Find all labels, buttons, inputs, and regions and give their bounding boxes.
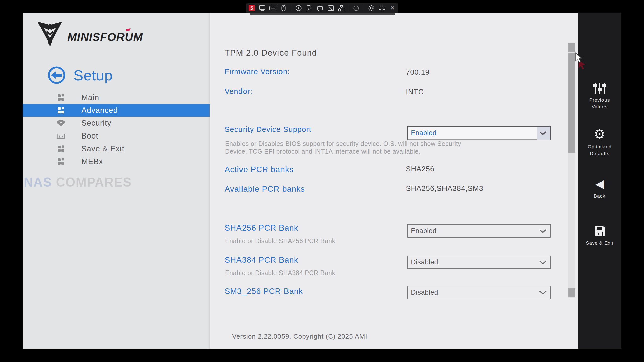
- sidebar-item-save-exit[interactable]: Save & Exit: [23, 142, 210, 155]
- chevron-down-icon: [539, 229, 547, 233]
- sha256-bank-label: SHA256 PCR Bank: [225, 223, 298, 233]
- desktop-background: MINISFORUM Setup Main Advanced: [0, 0, 644, 362]
- optimized-defaults-button[interactable]: ⚙ Optimized Defaults: [578, 128, 621, 157]
- main-content: TPM 2.0 Device Found Firmware Version: 7…: [210, 13, 578, 349]
- grid-icon: [57, 94, 65, 101]
- sha256-bank-dropdown[interactable]: Enabled: [407, 224, 551, 238]
- boot-tray-icon: [57, 132, 65, 140]
- sliders-icon: [593, 82, 606, 94]
- mouse-icon[interactable]: [280, 5, 287, 12]
- scrollbar-thumb-top[interactable]: [568, 43, 575, 52]
- grid-icon: [57, 158, 65, 165]
- security-device-help: Enables or Disables BIOS support for sec…: [225, 140, 461, 155]
- page-title: TPM 2.0 Device Found: [225, 48, 317, 58]
- back-triangle-icon: ◀: [578, 177, 621, 190]
- security-device-support-dropdown[interactable]: Enabled: [407, 126, 551, 140]
- sha384-bank-help: Enable or Disable SHA384 PCR Bank: [225, 269, 335, 277]
- security-device-support-label: Security Device Support: [225, 125, 311, 134]
- chevron-down-icon: [539, 131, 547, 135]
- sidebar-item-security[interactable]: Security: [23, 117, 210, 129]
- available-pcr-value: SHA256,SHA384,SM3: [406, 184, 484, 193]
- supervisor-logo-badge[interactable]: S: [249, 5, 255, 11]
- sm3-bank-label: SM3_256 PCR Bank: [225, 287, 303, 296]
- sidebar-item-boot[interactable]: Boot: [23, 129, 210, 142]
- network-icon[interactable]: [338, 5, 345, 12]
- chevron-down-icon: [539, 291, 547, 295]
- toolbar-shadow: [250, 13, 395, 15]
- sidebar-item-main[interactable]: Main: [23, 91, 210, 104]
- scrollbar-thumb-bottom[interactable]: [568, 288, 575, 297]
- close-icon[interactable]: ✕: [389, 5, 396, 12]
- active-pcr-label: Active PCR banks: [225, 165, 294, 174]
- collapse-icon[interactable]: [378, 5, 385, 12]
- back-button[interactable]: ◀ Back: [578, 177, 621, 199]
- firmware-version-value: 700.19: [406, 68, 430, 76]
- back-circle-arrow-icon[interactable]: [47, 66, 66, 84]
- chat-bot-icon[interactable]: [316, 5, 324, 12]
- left-sidebar: MINISFORUM Setup Main Advanced: [23, 13, 210, 349]
- sha384-bank-label: SHA384 PCR Bank: [225, 255, 298, 265]
- bios-screen: MINISFORUM Setup Main Advanced: [23, 13, 621, 349]
- floppy-icon: [594, 225, 606, 237]
- minisforum-emblem-icon: [36, 21, 64, 46]
- sha384-bank-dropdown[interactable]: Disabled: [407, 256, 551, 269]
- gear-icon: ⚙: [578, 128, 621, 141]
- chevron-down-icon: [539, 260, 547, 264]
- sha256-bank-help: Enable or Disable SHA256 PCR Bank: [225, 237, 335, 245]
- disc-icon[interactable]: [295, 5, 302, 12]
- firmware-version-label: Firmware Version:: [225, 67, 290, 76]
- remote-viewer-toolbar: S: [246, 3, 398, 13]
- brand-text: MINISFORUM: [67, 31, 143, 44]
- save-exit-button[interactable]: Save & Exit: [578, 225, 621, 246]
- version-copyright: Version 2.22.0059. Copyright (C) 2025 AM…: [232, 333, 367, 340]
- grid-icon: [57, 107, 65, 114]
- keyboard-icon[interactable]: [269, 5, 276, 12]
- mouse-cursor: [573, 52, 591, 71]
- sidebar-item-mebx[interactable]: MEBx: [23, 155, 210, 168]
- grid-icon: [57, 145, 65, 153]
- terminal-icon[interactable]: [327, 5, 334, 12]
- sidebar-item-advanced[interactable]: Advanced: [23, 104, 210, 117]
- nascompares-watermark: NAS COMPARES: [24, 175, 132, 190]
- setup-menu: Main Advanced Security Boot: [23, 91, 210, 168]
- power-icon[interactable]: [353, 5, 360, 12]
- shield-icon: [57, 119, 65, 127]
- active-pcr-value: SHA256: [406, 165, 434, 173]
- setup-header[interactable]: Setup: [47, 66, 113, 84]
- minisforum-logo: MINISFORUM: [36, 21, 143, 46]
- previous-values-button[interactable]: Previous Values: [578, 82, 621, 110]
- toolbar-separator: [364, 5, 364, 11]
- setup-title: Setup: [73, 67, 113, 84]
- vendor-label: Vendor:: [225, 87, 252, 96]
- sm3-bank-dropdown[interactable]: Disabled: [407, 286, 551, 299]
- toolbar-separator: [349, 5, 349, 11]
- toolbar-separator: [291, 5, 291, 11]
- settings-gear-icon[interactable]: [368, 5, 375, 12]
- display-icon[interactable]: [259, 5, 265, 12]
- available-pcr-label: Available PCR banks: [225, 184, 305, 194]
- vendor-value: INTC: [406, 88, 424, 96]
- local-cursor-arrow: [576, 53, 582, 63]
- code-file-icon[interactable]: [306, 5, 313, 12]
